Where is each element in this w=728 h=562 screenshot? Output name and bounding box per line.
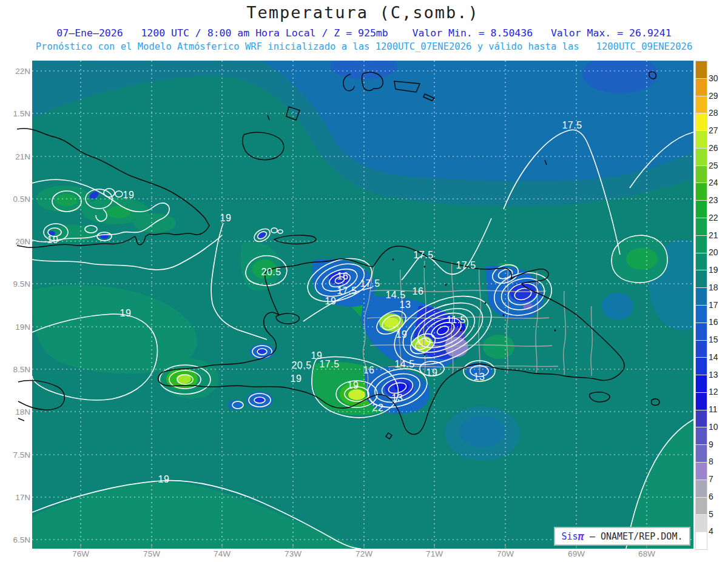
colorbar-label: 12	[709, 387, 718, 396]
contour-label: 22	[372, 403, 384, 413]
colorbar-label: 11	[709, 404, 718, 414]
x-tick-label: 73W	[285, 549, 302, 558]
colorbar-label: 9	[709, 440, 713, 449]
contour-label: 19	[426, 367, 438, 378]
y-tick-label: 19N	[0, 323, 30, 332]
branding-text: – ONAMET/REP.DOM.	[584, 531, 683, 542]
colorbar-cell	[696, 113, 707, 130]
x-tick-label: 76W	[72, 549, 89, 558]
colorbar-label: 21	[709, 230, 718, 240]
colorbar-label: 17	[709, 300, 718, 310]
x-tick-label: 75W	[143, 549, 160, 558]
colorbar-label: 25	[709, 161, 718, 170]
colorbar-cell	[696, 201, 707, 218]
colorbar-label: 10	[709, 422, 718, 432]
colorbar-label: 5	[709, 509, 713, 519]
y-tick-label: 7.5N	[0, 450, 30, 460]
x-tick-label: 68W	[638, 549, 655, 558]
contour-label: 13	[400, 299, 411, 310]
contour-label: 17.5	[456, 260, 476, 271]
contour-label: 19	[291, 373, 302, 384]
y-tick-label: 18N	[0, 407, 30, 416]
south-coast-cool-core	[459, 416, 505, 447]
colorbar-cell	[696, 323, 707, 340]
contour-label: 19	[325, 296, 337, 307]
colorbar-cell	[696, 288, 707, 305]
y-tick-label: 21N	[0, 152, 30, 161]
y-tick-label: 8.5N	[0, 365, 30, 374]
cuba-warm-core	[106, 206, 130, 218]
sispi-onamet-branding: Sisπ – ONAMET/REP.DOM.	[554, 527, 690, 546]
colorbar-cell	[696, 270, 707, 287]
colorbar-cell	[696, 253, 707, 270]
contour-label: 20.5	[291, 360, 311, 371]
contour-label: 17.5	[562, 120, 582, 131]
contour-label: 17.5	[360, 278, 380, 289]
colorbar-label: 29	[709, 91, 718, 101]
cold-spot	[331, 55, 397, 79]
colorbar-label: 26	[709, 143, 718, 153]
cold-spot	[582, 55, 658, 93]
colorbar-label: 18	[709, 283, 718, 292]
contour-label: 16	[413, 286, 424, 297]
colorbar-label: 27	[709, 125, 718, 135]
x-tick-label: 70W	[497, 549, 514, 558]
colorbar-label: 30	[709, 73, 718, 83]
colorbar-cell	[696, 463, 707, 480]
colorbar-cell	[696, 61, 707, 78]
colorbar-cell	[696, 375, 707, 392]
contour-label: 19	[158, 474, 170, 485]
colorbar-cell	[696, 427, 707, 444]
contour-label: 11.5	[447, 315, 466, 326]
pi-icon: π	[578, 530, 584, 543]
colorbar-label: 22	[709, 213, 718, 222]
contour-label: 19	[123, 190, 135, 201]
colorbar-cell	[696, 149, 707, 166]
colorbar-label: 13	[709, 370, 718, 380]
colorbar-label: 23	[709, 195, 718, 205]
colorbar-label: 7	[709, 474, 713, 484]
colorbar-label: 6	[709, 492, 713, 501]
jamaica-tick	[18, 418, 24, 421]
colorbar-label: 15	[709, 335, 718, 344]
contour-label: 17.5	[319, 359, 339, 370]
east-coast-cool	[602, 293, 633, 319]
contour-label: 20.5	[261, 267, 281, 278]
colorbar-cell	[696, 236, 707, 253]
wrf-temperature-map-page: Temperatura (C,somb.) 07–Ene–2026 1200 U…	[0, 0, 728, 562]
y-tick-label: 9.5N	[0, 279, 30, 289]
y-tick-label: 22N	[0, 67, 30, 76]
contour-label: 13	[474, 372, 485, 383]
temperature-colorbar	[695, 61, 707, 550]
colorbar-cell	[696, 218, 707, 235]
colorbar-label: 19	[709, 265, 718, 275]
colorbar-cell	[696, 183, 707, 200]
colorbar-label: 14	[709, 352, 718, 362]
y-tick-label: 17N	[0, 493, 30, 502]
colorbar-cell	[696, 393, 707, 410]
colorbar-cell	[696, 306, 707, 323]
colorbar-label: 4	[709, 526, 713, 536]
colorbar-label: 16	[709, 317, 718, 327]
colorbar-cell	[696, 445, 707, 462]
y-tick-label: 20N	[0, 237, 30, 246]
colorbar-cell	[696, 498, 707, 515]
colorbar-cell	[696, 79, 707, 96]
y-tick-label: 1.5N	[0, 109, 30, 118]
colorbar-cell	[696, 131, 707, 148]
colorbar-cell	[696, 96, 707, 113]
colorbar-cell	[696, 515, 707, 532]
contour-label: 16	[337, 271, 349, 282]
sispi-logo: Sis	[562, 531, 578, 542]
contour-label: 19	[348, 380, 359, 391]
contour-label: 19	[120, 308, 132, 319]
x-tick-label: 69W	[568, 549, 585, 558]
x-tick-label: 71W	[426, 549, 443, 558]
contour-label: 13	[392, 393, 403, 404]
contour-label: 17.5	[337, 286, 357, 296]
contour-label: 14.5	[394, 359, 414, 370]
east-warm-core	[626, 248, 658, 270]
colorbar-cell	[696, 358, 707, 375]
colorbar-label: 24	[709, 178, 718, 187]
y-tick-label: 6.5N	[0, 535, 30, 544]
